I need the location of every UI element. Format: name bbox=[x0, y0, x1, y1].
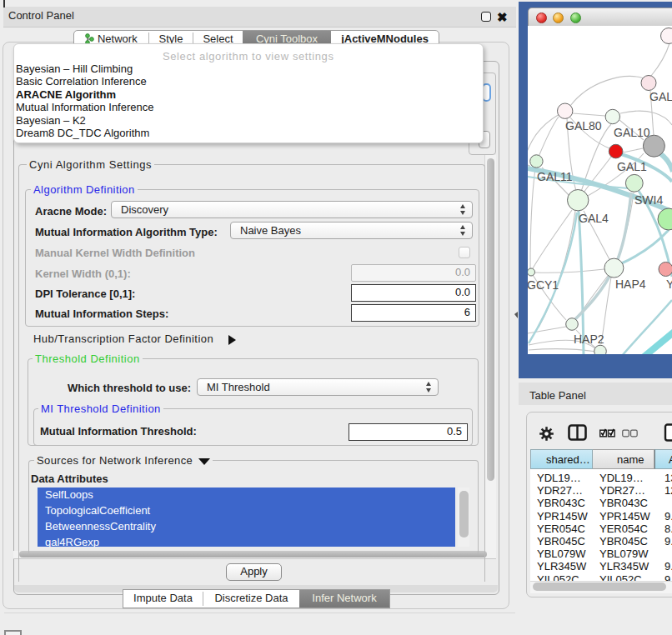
svg-text:SWI4: SWI4 bbox=[634, 193, 663, 207]
svg-text:GAL10: GAL10 bbox=[614, 126, 650, 139]
svg-text:HAP2: HAP2 bbox=[574, 332, 604, 346]
svg-text:GAL4: GAL4 bbox=[579, 212, 609, 225]
svg-text:GAL1: GAL1 bbox=[617, 160, 647, 173]
svg-text:HAP4: HAP4 bbox=[615, 278, 646, 291]
svg-text:GAL7: GAL7 bbox=[649, 90, 672, 103]
svg-text:GAL80: GAL80 bbox=[565, 119, 602, 132]
svg-text:GAL11: GAL11 bbox=[537, 170, 573, 183]
svg-text:YJL21: YJL21 bbox=[666, 278, 672, 291]
svg-text:GCY1: GCY1 bbox=[528, 278, 559, 292]
